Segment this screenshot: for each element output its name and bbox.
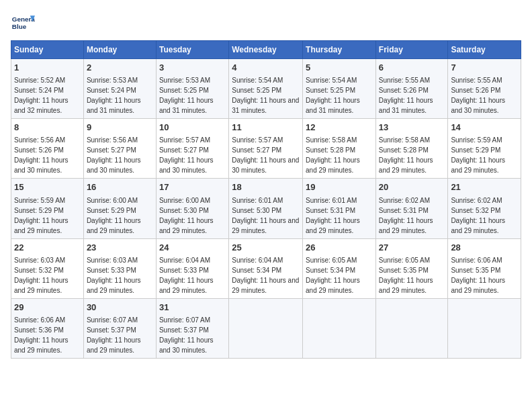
day-number: 8: [14, 122, 81, 134]
sunset-text: Sunset: 5:26 PM: [451, 87, 500, 94]
logo-icon: General Blue: [11, 11, 35, 35]
day-number: 5: [306, 62, 373, 74]
sunrise-text: Sunrise: 5:53 AM: [159, 77, 210, 84]
day-number: 2: [87, 62, 153, 74]
daylight-text: Daylight: 11 hours and 29 minutes.: [451, 217, 505, 234]
day-number: 4: [232, 62, 300, 74]
sunset-text: Sunset: 5:29 PM: [14, 207, 64, 214]
daylight-text: Daylight: 11 hours and 29 minutes.: [14, 217, 69, 234]
calendar-day-cell: [448, 298, 521, 358]
day-number: 13: [379, 122, 445, 134]
logo: General Blue: [11, 11, 35, 35]
sunset-text: Sunset: 5:34 PM: [306, 267, 355, 274]
daylight-text: Daylight: 11 hours and 30 minutes.: [232, 156, 299, 174]
day-number: 3: [159, 62, 226, 74]
sunset-text: Sunset: 5:28 PM: [379, 146, 429, 154]
daylight-text: Daylight: 11 hours and 29 minutes.: [87, 336, 141, 354]
sunset-text: Sunset: 5:25 PM: [159, 87, 209, 94]
sunset-text: Sunset: 5:37 PM: [159, 326, 209, 334]
day-header-wednesday: Wednesday: [229, 41, 303, 59]
day-number: 23: [87, 242, 153, 254]
daylight-text: Daylight: 11 hours and 29 minutes.: [451, 277, 505, 294]
day-number: 12: [306, 122, 373, 134]
sunset-text: Sunset: 5:34 PM: [232, 267, 281, 274]
calendar-week-row: 8Sunrise: 5:56 AMSunset: 5:26 PMDaylight…: [11, 119, 521, 179]
daylight-text: Daylight: 11 hours and 29 minutes.: [14, 336, 69, 354]
sunset-text: Sunset: 5:30 PM: [159, 207, 209, 214]
calendar-week-row: 15Sunrise: 5:59 AMSunset: 5:29 PMDayligh…: [11, 179, 521, 238]
calendar-day-cell: 31Sunrise: 6:07 AMSunset: 5:37 PMDayligh…: [156, 298, 228, 358]
calendar-day-cell: 17Sunrise: 6:00 AMSunset: 5:30 PMDayligh…: [156, 179, 228, 238]
sunset-text: Sunset: 5:27 PM: [159, 146, 209, 154]
calendar-day-cell: 5Sunrise: 5:54 AMSunset: 5:25 PMDaylight…: [303, 59, 376, 119]
day-number: 22: [14, 242, 81, 254]
sunset-text: Sunset: 5:32 PM: [14, 267, 64, 274]
calendar-day-cell: 20Sunrise: 6:02 AMSunset: 5:31 PMDayligh…: [375, 179, 448, 238]
sunrise-text: Sunrise: 6:04 AM: [159, 257, 210, 264]
calendar-day-cell: 23Sunrise: 6:03 AMSunset: 5:33 PMDayligh…: [83, 238, 156, 298]
day-number: 21: [451, 181, 518, 193]
day-number: 17: [159, 181, 226, 193]
day-header-tuesday: Tuesday: [156, 41, 228, 59]
sunset-text: Sunset: 5:28 PM: [306, 146, 355, 154]
sunrise-text: Sunrise: 5:59 AM: [451, 136, 502, 144]
sunrise-text: Sunrise: 5:56 AM: [87, 136, 138, 144]
svg-text:Blue: Blue: [12, 23, 27, 30]
daylight-text: Daylight: 11 hours and 31 minutes.: [159, 97, 214, 114]
day-number: 27: [379, 242, 445, 254]
day-header-sunday: Sunday: [11, 41, 84, 59]
calendar-day-cell: 28Sunrise: 6:06 AMSunset: 5:35 PMDayligh…: [448, 238, 521, 298]
calendar-day-cell: 29Sunrise: 6:06 AMSunset: 5:36 PMDayligh…: [11, 298, 84, 358]
sunrise-text: Sunrise: 6:06 AM: [14, 316, 65, 324]
daylight-text: Daylight: 11 hours and 29 minutes.: [306, 277, 360, 294]
calendar-day-cell: 1Sunrise: 5:52 AMSunset: 5:24 PMDaylight…: [11, 59, 84, 119]
calendar-day-cell: 18Sunrise: 6:01 AMSunset: 5:30 PMDayligh…: [229, 179, 303, 238]
sunset-text: Sunset: 5:30 PM: [232, 207, 281, 214]
day-number: 14: [451, 122, 518, 134]
daylight-text: Daylight: 11 hours and 29 minutes.: [306, 156, 360, 174]
day-number: 26: [306, 242, 373, 254]
sunrise-text: Sunrise: 5:54 AM: [306, 77, 357, 84]
sunrise-text: Sunrise: 6:03 AM: [87, 257, 138, 264]
sunrise-text: Sunrise: 6:04 AM: [232, 257, 283, 264]
daylight-text: Daylight: 11 hours and 29 minutes.: [232, 277, 299, 294]
calendar-day-cell: [303, 298, 376, 358]
sunset-text: Sunset: 5:33 PM: [159, 267, 209, 274]
daylight-text: Daylight: 11 hours and 31 minutes.: [306, 97, 360, 114]
sunset-text: Sunset: 5:27 PM: [232, 146, 281, 154]
calendar-day-cell: 13Sunrise: 5:58 AMSunset: 5:28 PMDayligh…: [375, 119, 448, 179]
sunrise-text: Sunrise: 6:05 AM: [379, 257, 430, 264]
calendar-day-cell: 25Sunrise: 6:04 AMSunset: 5:34 PMDayligh…: [229, 238, 303, 298]
day-header-friday: Friday: [375, 41, 448, 59]
daylight-text: Daylight: 11 hours and 29 minutes.: [379, 277, 433, 294]
day-number: 20: [379, 181, 445, 193]
day-header-monday: Monday: [83, 41, 156, 59]
calendar-day-cell: 21Sunrise: 6:02 AMSunset: 5:32 PMDayligh…: [448, 179, 521, 238]
sunrise-text: Sunrise: 6:02 AM: [451, 197, 502, 204]
daylight-text: Daylight: 11 hours and 30 minutes.: [159, 336, 214, 354]
sunrise-text: Sunrise: 5:57 AM: [159, 136, 210, 144]
daylight-text: Daylight: 11 hours and 29 minutes.: [306, 217, 360, 234]
day-number: 10: [159, 122, 226, 134]
sunrise-text: Sunrise: 5:54 AM: [232, 77, 283, 84]
daylight-text: Daylight: 11 hours and 31 minutes.: [379, 97, 433, 114]
day-number: 28: [451, 242, 518, 254]
daylight-text: Daylight: 11 hours and 30 minutes.: [451, 97, 505, 114]
calendar-week-row: 1Sunrise: 5:52 AMSunset: 5:24 PMDaylight…: [11, 59, 521, 119]
calendar-day-cell: 12Sunrise: 5:58 AMSunset: 5:28 PMDayligh…: [303, 119, 376, 179]
page-header: General Blue: [11, 11, 521, 35]
daylight-text: Daylight: 11 hours and 32 minutes.: [14, 97, 69, 114]
day-number: 30: [87, 302, 153, 314]
day-number: 9: [87, 122, 153, 134]
day-number: 18: [232, 181, 300, 193]
daylight-text: Daylight: 11 hours and 29 minutes.: [232, 217, 299, 234]
day-number: 6: [379, 62, 445, 74]
daylight-text: Daylight: 11 hours and 29 minutes.: [14, 277, 69, 294]
calendar-day-cell: 24Sunrise: 6:04 AMSunset: 5:33 PMDayligh…: [156, 238, 228, 298]
sunset-text: Sunset: 5:33 PM: [87, 267, 136, 274]
day-number: 25: [232, 242, 300, 254]
sunset-text: Sunset: 5:35 PM: [379, 267, 429, 274]
sunrise-text: Sunrise: 6:07 AM: [159, 316, 210, 324]
daylight-text: Daylight: 11 hours and 29 minutes.: [379, 156, 433, 174]
sunrise-text: Sunrise: 6:07 AM: [87, 316, 138, 324]
